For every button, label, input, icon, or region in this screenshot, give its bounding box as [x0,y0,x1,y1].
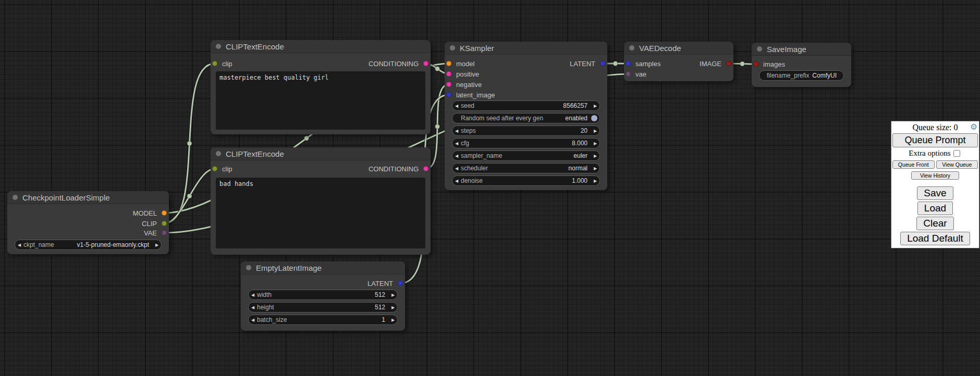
node-title-dot [216,44,221,49]
output-port-MODEL[interactable] [162,210,167,216]
widget-left-arrow-icon[interactable]: ◀ [452,179,461,183]
node-title-bar[interactable]: VAEDecode [624,42,733,55]
extra-options-checkbox[interactable] [953,150,960,157]
widget-right-arrow-icon[interactable]: ▶ [389,293,397,297]
extra-options-row: Extra options [892,148,978,158]
widget-label: batch_size [257,316,287,323]
output-port-CONDITIONING[interactable] [423,61,428,66]
widget-right-arrow-icon[interactable]: ▶ [591,179,599,183]
input-slot-clip: clip [212,165,232,173]
node-title-label: CLIPTextEncode [226,149,284,158]
output-slot-LATENT: LATENT [570,59,605,68]
widget-left-arrow-icon[interactable]: ◀ [452,141,461,146]
widget-value: 512 [375,304,389,311]
nodes-layer: CheckpointLoaderSimpleMODELCLIPVAE◀ckpt_… [0,0,980,376]
output-port-LATENT[interactable] [398,281,403,286]
load-default-button[interactable]: Load Default [900,232,970,245]
node-clip-encode-positive[interactable]: CLIPTextEncodeclipCONDITIONINGmasterpiec… [211,40,431,134]
clear-button[interactable]: Clear [916,217,953,230]
output-port-CLIP[interactable] [162,221,167,226]
widget-right-arrow-icon[interactable]: ▶ [591,141,599,146]
node-title-bar[interactable]: CheckpointLoaderSimple [7,191,169,204]
prompt-text-field[interactable]: masterpiece best quality girl [216,71,425,130]
view-queue-button[interactable]: View Queue [936,160,978,169]
output-port-VAE[interactable] [162,230,167,235]
slot-label: LATENT [570,60,595,68]
input-port-samples[interactable] [626,61,631,66]
widget-left-arrow-icon[interactable]: ◀ [452,129,461,133]
widget-steps[interactable]: ◀steps20▶ [452,126,600,136]
output-port-CONDITIONING[interactable] [423,166,428,171]
widget-value: enabled [565,115,591,122]
slot-label: VAE [144,229,157,237]
settings-gear-icon[interactable]: ⚙ [970,122,977,132]
widget-right-arrow-icon[interactable]: ▶ [389,318,397,322]
widget-left-arrow-icon[interactable]: ◀ [249,305,257,310]
widget-width[interactable]: ◀width512▶ [248,290,398,300]
widget-denoise[interactable]: ◀denoise1.000▶ [452,176,600,186]
comfy-menu: Queue size: 0 ⚙ Queue Prompt Extra optio… [891,121,979,248]
widget-scheduler[interactable]: ◀schedulernormal▶ [452,163,600,173]
node-title-dot [757,46,762,52]
output-slot-LATENT: LATENT [368,279,403,287]
node-title-bar[interactable]: CLIPTextEncode [211,40,431,53]
output-slot-VAE: VAE [144,229,167,237]
node-title-dot [216,151,221,156]
prompt-text-field[interactable]: bad hands [216,178,425,248]
widget-sampler_name[interactable]: ◀sampler_nameeuler▶ [452,151,600,161]
view-history-button[interactable]: View History [911,171,959,180]
widget-left-arrow-icon[interactable]: ◀ [452,166,461,171]
widget-left-arrow-icon[interactable]: ◀ [452,104,461,108]
node-title-bar[interactable]: KSampler [445,42,607,55]
input-slot-positive: positive [446,70,479,78]
input-port-images[interactable] [753,61,758,67]
node-title-bar[interactable]: EmptyLatentImage [241,261,405,274]
node-clip-encode-negative[interactable]: CLIPTextEncodeclipCONDITIONINGbad hands [211,147,431,255]
input-port-clip[interactable] [212,166,217,171]
widget-label: sampler_name [461,152,502,159]
widget-right-arrow-icon[interactable]: ▶ [591,104,599,108]
widget-right-arrow-icon[interactable]: ▶ [591,166,599,171]
node-checkpoint-loader[interactable]: CheckpointLoaderSimpleMODELCLIPVAE◀ckpt_… [7,191,169,254]
widget-seed[interactable]: ◀seed8566257▶ [452,101,600,111]
save-button[interactable]: Save [917,186,953,200]
node-graph-canvas[interactable]: CheckpointLoaderSimpleMODELCLIPVAE◀ckpt_… [0,0,980,376]
widget-height[interactable]: ◀height512▶ [248,302,398,312]
input-port-vae[interactable] [626,71,631,77]
widget-right-arrow-icon[interactable]: ▶ [591,154,599,158]
widget-right-arrow-icon[interactable]: ▶ [389,305,397,310]
input-port-negative[interactable] [446,82,451,87]
widget-ckpt_name[interactable]: ◀ckpt_namev1-5-pruned-emaonly.ckpt▶ [15,240,162,250]
input-port-clip[interactable] [212,61,217,66]
widget-filename_prefix[interactable]: filename_prefixComfyUI [759,70,844,81]
input-slot-images: images [753,60,785,68]
widget-batch_size[interactable]: ◀batch_size1▶ [248,315,398,325]
toggle-dot[interactable] [591,115,597,121]
input-port-latent_image[interactable] [446,92,451,97]
widget-left-arrow-icon[interactable]: ◀ [249,293,257,297]
node-title-bar[interactable]: SaveImage [752,43,851,56]
node-title-bar[interactable]: CLIPTextEncode [211,147,431,160]
widget-value: euler [573,152,591,159]
widget-left-arrow-icon[interactable]: ◀ [452,154,461,158]
widget-cfg[interactable]: ◀cfg8.000▶ [452,138,600,148]
input-port-model[interactable] [446,61,451,66]
widget-right-arrow-icon[interactable]: ▶ [591,129,599,133]
widget-label: width [257,291,272,298]
widget-random-seed-after-every-gen[interactable]: Random seed after every genenabled [452,113,600,123]
node-ksampler[interactable]: KSamplermodelpositivenegativelatent_imag… [445,42,607,190]
output-port-IMAGE[interactable] [726,61,731,66]
widget-left-arrow-icon[interactable]: ◀ [249,318,257,322]
widget-right-arrow-icon[interactable]: ▶ [153,243,161,247]
node-save-image[interactable]: SaveImageimagesfilename_prefixComfyUI [752,43,851,87]
output-port-LATENT[interactable] [600,61,605,66]
slot-label: MODEL [133,209,157,217]
widget-left-arrow-icon[interactable]: ◀ [15,243,23,247]
input-port-positive[interactable] [446,71,451,77]
node-vae-decode[interactable]: VAEDecodesamplesvaeIMAGE [624,42,733,81]
node-empty-latent[interactable]: EmptyLatentImageLATENT◀width512▶◀height5… [241,261,405,331]
slot-label: model [456,60,474,68]
load-button[interactable]: Load [917,202,953,215]
queue-front-button[interactable]: Queue Front [892,160,935,169]
queue-prompt-button[interactable]: Queue Prompt [892,133,978,147]
